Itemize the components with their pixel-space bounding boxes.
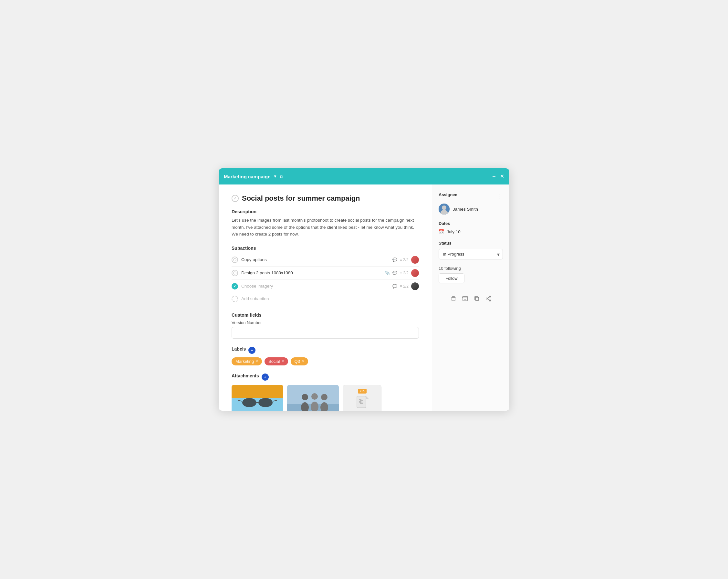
content-area: ✓ Social posts for summer campaign Descr… — [219, 184, 509, 411]
add-label-button[interactable]: + — [249, 347, 256, 354]
attachment-thumb-2[interactable] — [287, 385, 339, 411]
subaction-name-2: Design 2 posts 1080x1080 — [241, 271, 385, 275]
sidebar: Assignee ⋮ James Smith Dates — [432, 184, 509, 411]
subactions-label: Subactions — [232, 246, 419, 251]
subaction-meta-3: 💬 ≡ 2/2 — [392, 282, 419, 290]
custom-fields-label: Custom fields — [232, 312, 419, 318]
attachments-section: Attachments + — [232, 373, 419, 411]
version-number-label: Version Number — [232, 320, 419, 325]
zip-file-icon — [356, 396, 368, 411]
task-title: Social posts for summer campaign — [242, 194, 360, 203]
subaction-avatar-3 — [411, 282, 419, 290]
labels-title-row: Labels + — [232, 346, 419, 354]
sidebar-dates-section: Dates 📅 July 10 — [439, 221, 503, 234]
labels-label: Labels — [232, 346, 246, 352]
attachments-grid: Zip — [232, 385, 419, 411]
subaction-name-3: Choose imagery — [241, 284, 392, 288]
titlebar: Marketing campaign ▼ ⧉ – ✕ — [219, 168, 509, 184]
comment-icon-1: 💬 — [392, 257, 397, 262]
close-button[interactable]: ✕ — [500, 174, 504, 179]
paperclip-icon-2: 📎 — [385, 271, 390, 275]
status-section-label: Status — [439, 241, 503, 246]
archive-button[interactable] — [462, 295, 468, 303]
sidebar-actions-row — [439, 290, 503, 303]
attachment-thumb-3[interactable]: Zip — [343, 385, 382, 411]
label-q3-remove[interactable]: × — [302, 359, 304, 363]
minimize-button[interactable]: – — [493, 174, 495, 179]
more-options-button[interactable]: ⋮ — [497, 193, 503, 200]
svg-marker-19 — [366, 396, 368, 399]
subaction-item-2: Design 2 posts 1080x1080 📎 💬 ≡ 2/2 — [232, 267, 419, 280]
svg-point-5 — [258, 398, 272, 407]
description-label: Description — [232, 209, 419, 214]
add-subaction-icon — [232, 296, 238, 302]
subaction-name-1: Copy options — [241, 257, 392, 262]
version-number-input[interactable] — [232, 327, 419, 338]
subaction-check-1[interactable] — [232, 256, 238, 263]
add-attachment-button[interactable]: + — [262, 374, 269, 381]
titlebar-title: Marketing campaign — [224, 174, 271, 179]
dates-section-label: Dates — [439, 221, 503, 226]
svg-point-0 — [234, 258, 236, 261]
date-value: July 10 — [447, 229, 461, 234]
subaction-item: Copy options 💬 ≡ 2/2 — [232, 253, 419, 267]
following-section: 10 following Follow — [439, 266, 503, 283]
date-row: 📅 July 10 — [439, 229, 503, 234]
svg-point-4 — [242, 398, 256, 407]
subaction-avatar-1 — [411, 256, 419, 263]
svg-point-31 — [489, 296, 491, 297]
add-subaction-row[interactable]: Add subaction — [232, 293, 419, 305]
label-q3[interactable]: Q3 × — [291, 357, 308, 366]
subaction-check-3[interactable]: ✓ — [232, 283, 238, 290]
subaction-check-2[interactable] — [232, 270, 238, 276]
labels-section: Labels + Marketing × Social × Q3 × — [232, 346, 419, 366]
label-marketing-remove[interactable]: × — [256, 359, 258, 363]
attachments-title-row: Attachments + — [232, 373, 419, 381]
svg-point-33 — [489, 300, 491, 301]
subaction-meta-2: 📎 💬 ≡ 2/2 — [385, 269, 419, 277]
status-select[interactable]: To Do In Progress Done — [439, 249, 503, 259]
titlebar-chevron-icon: ▼ — [273, 174, 277, 179]
task-title-row: ✓ Social posts for summer campaign — [232, 194, 419, 203]
titlebar-left: Marketing campaign ▼ ⧉ — [224, 174, 283, 179]
svg-rect-30 — [475, 297, 479, 301]
assignee-name: James Smith — [453, 207, 478, 211]
subtask-count-3: ≡ 2/2 — [400, 284, 409, 288]
label-marketing-text: Marketing — [235, 359, 254, 364]
comment-icon-3: 💬 — [392, 284, 397, 288]
sidebar-status-section: Status To Do In Progress Done ▾ — [439, 241, 503, 259]
subtask-count-2: ≡ 2/2 — [400, 271, 409, 275]
subaction-avatar-2 — [411, 269, 419, 277]
subactions-section: Subactions Copy options 💬 ≡ 2/2 — [232, 246, 419, 305]
label-social[interactable]: Social × — [264, 357, 288, 366]
description-section: Description Let's use the images from la… — [232, 209, 419, 238]
duplicate-button[interactable] — [473, 295, 480, 303]
label-marketing[interactable]: Marketing × — [232, 357, 262, 366]
svg-point-25 — [442, 205, 446, 210]
comment-icon-2: 💬 — [392, 271, 397, 275]
svg-rect-28 — [463, 297, 468, 298]
svg-line-35 — [487, 299, 489, 300]
custom-fields-section: Custom fields Version Number — [232, 312, 419, 338]
calendar-icon: 📅 — [439, 229, 444, 234]
svg-point-15 — [321, 394, 328, 400]
assignee-row: James Smith — [439, 204, 503, 215]
label-q3-text: Q3 — [294, 359, 300, 364]
attachment-thumb-1[interactable] — [232, 385, 283, 411]
main-window: Marketing campaign ▼ ⧉ – ✕ ✓ Social post… — [219, 168, 509, 411]
assignee-section-label: Assignee — [439, 192, 457, 197]
label-social-remove[interactable]: × — [282, 359, 284, 363]
label-social-text: Social — [268, 359, 280, 364]
svg-rect-27 — [452, 297, 455, 301]
task-status-check[interactable]: ✓ — [232, 195, 239, 202]
svg-point-1 — [234, 272, 236, 274]
sidebar-assignee-section: Assignee ⋮ James Smith — [439, 192, 503, 215]
subaction-item-3: ✓ Choose imagery 💬 ≡ 2/2 — [232, 280, 419, 293]
delete-button[interactable] — [450, 295, 457, 303]
svg-point-13 — [311, 393, 318, 400]
share-button[interactable] — [485, 295, 492, 303]
follow-button[interactable]: Follow — [439, 273, 464, 283]
external-link-icon[interactable]: ⧉ — [280, 174, 283, 179]
assignee-avatar — [439, 204, 449, 215]
svg-rect-21 — [360, 400, 363, 401]
